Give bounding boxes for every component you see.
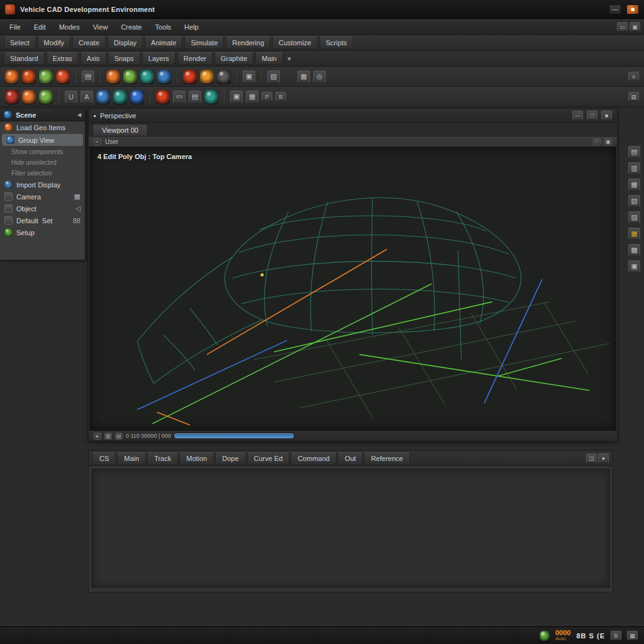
view-mode-label[interactable]: User — [105, 138, 118, 145]
mode-scripts[interactable]: Scripts — [319, 36, 353, 49]
dock-tab-motion[interactable]: Motion — [179, 452, 214, 465]
toolbar-options-icon[interactable]: ▤ — [628, 92, 639, 101]
select-object-icon[interactable] — [5, 70, 19, 84]
panel-close-icon[interactable]: ■ — [601, 111, 612, 120]
mode-animate[interactable]: Animate — [145, 36, 182, 49]
dock-tab-curve-ed[interactable]: Curve Ed — [247, 452, 290, 465]
menu-file[interactable]: File — [4, 21, 26, 33]
scale-icon[interactable] — [140, 70, 154, 84]
dock-tab-dope[interactable]: Dope — [215, 452, 245, 465]
unbind-icon[interactable] — [130, 90, 144, 104]
batch-icon[interactable]: B — [275, 92, 286, 101]
panel-minimize-icon[interactable]: — — [572, 111, 583, 120]
toolbar-tab-snaps[interactable]: Snaps — [108, 52, 140, 65]
tree-subitem-filter[interactable]: Filter selection — [0, 168, 85, 179]
mode-modify[interactable]: Modify — [38, 36, 70, 49]
display-panel-icon[interactable]: ▥ — [628, 162, 640, 174]
mode-select[interactable]: Select — [4, 36, 36, 49]
array-icon[interactable] — [183, 70, 197, 84]
curve-editor-icon[interactable] — [204, 90, 218, 104]
track-view-icon[interactable]: ▤ — [189, 91, 201, 103]
bind-icon[interactable] — [113, 90, 127, 104]
toolbar-tab-graphite[interactable]: Graphite — [214, 52, 253, 65]
toolbar-tab-render[interactable]: Render — [177, 52, 213, 65]
dock-tab-cs[interactable]: CS — [92, 452, 116, 465]
menu-tools[interactable]: Tools — [149, 21, 177, 33]
link-icon[interactable] — [96, 90, 110, 104]
viewport-tab[interactable]: Viewport 00 — [92, 124, 148, 136]
zoom-icon[interactable]: ◎ — [313, 70, 326, 83]
shade-icon[interactable] — [217, 70, 231, 84]
move-icon[interactable] — [106, 70, 120, 84]
timeline-icon[interactable]: ▤ — [115, 433, 123, 440]
scene-explorer-icon[interactable]: ▧ — [628, 195, 640, 207]
clipboard-icon[interactable]: ▤ — [82, 70, 94, 83]
mode-display[interactable]: Display — [108, 36, 143, 49]
mode-simulate[interactable]: Simulate — [184, 36, 224, 49]
grid-glyph-icon[interactable]: ▦ — [74, 192, 80, 201]
layers-icon[interactable]: ▣ — [243, 70, 255, 83]
status-badge-icon[interactable]: B — [611, 631, 621, 640]
menu-modes[interactable]: Modes — [53, 21, 86, 33]
mode-rendering[interactable]: Rendering — [226, 36, 270, 49]
sphere-icon[interactable] — [5, 90, 19, 104]
tree-item-camera[interactable]: Camera ▦ — [0, 191, 85, 203]
strip-grid-icon[interactable]: ▣ — [604, 138, 612, 145]
status-mode-label[interactable]: Auto — [555, 636, 565, 641]
dock-tab-main[interactable]: Main — [117, 452, 146, 465]
tree-item-import[interactable]: Import Display — [0, 179, 85, 191]
dock-tab-reference[interactable]: Reference — [364, 452, 410, 465]
status-grid-icon[interactable]: ▦ — [627, 631, 638, 640]
close-window-icon[interactable]: ■ — [626, 4, 639, 14]
mode-create[interactable]: Create — [72, 36, 106, 49]
cone-icon[interactable] — [39, 90, 53, 104]
viewport-config-icon[interactable]: ▤ — [628, 146, 640, 158]
toolbar-overflow-icon[interactable]: ≡ — [628, 72, 639, 81]
settings-panel-icon[interactable]: ▣ — [628, 260, 640, 272]
region-select-icon[interactable] — [56, 70, 70, 84]
cut-icon[interactable]: ▧ — [267, 70, 280, 83]
layer-panel-icon[interactable]: ▦ — [628, 179, 640, 191]
paint-select-icon[interactable] — [39, 70, 53, 84]
align-icon[interactable] — [200, 70, 214, 84]
render-frame-icon[interactable]: ▦ — [246, 91, 258, 103]
toolbar-tab-main[interactable]: Main — [255, 52, 283, 65]
render-setup-icon[interactable]: ▣ — [230, 91, 243, 103]
toolbar-tab-layers[interactable]: Layers — [142, 52, 175, 65]
toolbar-tab-standard[interactable]: Standard — [4, 52, 45, 65]
tree-subitem-hide[interactable]: Hide unselected — [0, 157, 85, 168]
expand-left-icon[interactable]: ◁ — [75, 204, 80, 213]
minimize-window-icon[interactable]: — — [609, 4, 621, 14]
preview-icon[interactable]: P — [262, 92, 272, 101]
dock-tab-out[interactable]: Out — [338, 452, 363, 465]
named-set-icon[interactable]: ▭ — [173, 91, 186, 103]
material-editor-icon[interactable]: ▦ — [628, 228, 640, 240]
torus-icon[interactable] — [22, 90, 36, 104]
menu-create[interactable]: Create — [115, 21, 147, 33]
menu-view[interactable]: View — [87, 21, 114, 33]
mode-customize[interactable]: Customize — [272, 36, 318, 49]
play-icon[interactable]: ▸ — [94, 433, 101, 440]
redo-icon[interactable]: A — [80, 91, 93, 103]
toolbar-tab-extras[interactable]: Extras — [47, 52, 79, 65]
layout-grid-icon[interactable]: ▣ — [630, 22, 640, 31]
menu-help[interactable]: Help — [179, 21, 204, 33]
tree-subitem-components[interactable]: Show components — [0, 147, 85, 157]
ribbon-icon[interactable]: ▨ — [628, 211, 640, 223]
strip-restore-icon[interactable]: □ — [593, 138, 601, 145]
tree-item-default[interactable]: Default Set 88 — [0, 214, 85, 226]
lasso-select-icon[interactable] — [22, 70, 36, 84]
toolbar-tab-axis[interactable]: Axis — [80, 52, 106, 65]
rotate-icon[interactable] — [123, 70, 137, 84]
record-icon[interactable]: ● — [598, 453, 609, 463]
menu-edit[interactable]: Edit — [28, 21, 52, 33]
dock-tab-command[interactable]: Command — [291, 452, 336, 465]
panel-float-icon[interactable]: □ — [587, 111, 597, 120]
dock-content-area[interactable] — [91, 469, 610, 588]
display-icon[interactable]: ▦ — [297, 70, 310, 83]
mirror-icon[interactable] — [157, 70, 171, 84]
popout-panel-icon[interactable]: ◲ — [586, 453, 597, 463]
timeline-progress-bar[interactable] — [174, 433, 294, 438]
workspace-toggle-icon[interactable]: ▭ — [617, 22, 628, 31]
dock-tab-track[interactable]: Track — [147, 452, 178, 465]
